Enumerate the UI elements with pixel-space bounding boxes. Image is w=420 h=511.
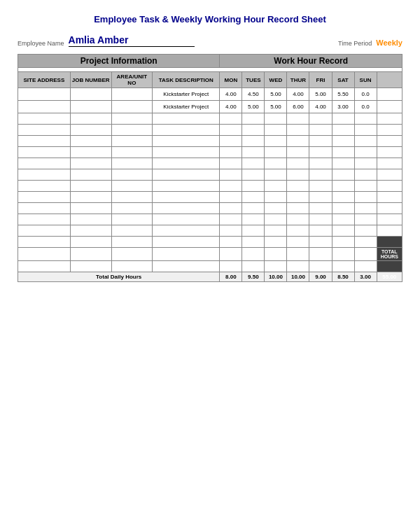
empty-cell: [332, 225, 354, 237]
empty-cell: [70, 248, 111, 261]
empty-cell: [377, 169, 402, 181]
empty-cell: [70, 169, 111, 181]
empty-cell: [265, 113, 287, 125]
empty-cell: [354, 192, 377, 203]
empty-cell: [265, 261, 287, 272]
empty-cell: [153, 237, 220, 248]
empty-cell: [111, 192, 153, 203]
total-hours-cell: [377, 261, 402, 272]
empty-cell: [332, 181, 354, 192]
empty-cell: [220, 169, 242, 181]
empty-cell: [111, 169, 153, 181]
empty-cell: [153, 225, 220, 237]
empty-cell: [220, 248, 242, 261]
empty-row: [18, 113, 402, 125]
empty-cell: [111, 147, 153, 158]
total-thu: 10.00: [287, 272, 309, 282]
sat-cell: 5.50: [332, 88, 354, 101]
total-fri: 9.00: [309, 272, 332, 282]
empty-cell: [18, 169, 71, 181]
col-fri-header: FRI: [309, 72, 332, 88]
empty-cell: [18, 192, 71, 203]
col-site-header: SITE ADDRESS: [18, 72, 71, 88]
site-cell: [18, 101, 71, 113]
wed-cell: 5.00: [265, 88, 287, 101]
total-daily-row: Total Daily Hours 8.00 9.50 10.00 10.00 …: [18, 272, 402, 282]
empty-cell: [309, 125, 332, 136]
empty-cell: [153, 181, 220, 192]
empty-cell: [309, 158, 332, 169]
row-total-cell: [377, 88, 402, 101]
empty-cell: [309, 248, 332, 261]
empty-cell: [377, 203, 402, 214]
empty-cell: [265, 214, 287, 225]
empty-cell: [354, 136, 377, 147]
empty-cell: [354, 125, 377, 136]
thu-cell: 6.00: [287, 101, 309, 113]
empty-cell: [70, 136, 111, 147]
empty-cell: [265, 248, 287, 261]
empty-row: [18, 192, 402, 203]
employee-label: Employee Name: [18, 40, 64, 47]
row-total-cell: [377, 101, 402, 113]
empty-cell: [287, 261, 309, 272]
empty-cell: [220, 203, 242, 214]
sat-cell: 3.00: [332, 101, 354, 113]
page-title: Employee Task & Weekly Working Hour Reco…: [18, 14, 402, 24]
empty-cell: [70, 147, 111, 158]
empty-row: [18, 237, 402, 248]
total-hours-cell: [377, 237, 402, 248]
empty-cell: [18, 214, 71, 225]
empty-cell: [153, 113, 220, 125]
empty-cell: [287, 214, 309, 225]
empty-cell: [354, 225, 377, 237]
empty-cell: [309, 203, 332, 214]
empty-cell: [111, 158, 153, 169]
empty-cell: [332, 136, 354, 147]
empty-cell: [332, 203, 354, 214]
empty-cell: [265, 203, 287, 214]
col-sat-header: SAT: [332, 72, 354, 88]
empty-cell: [70, 214, 111, 225]
empty-cell: [111, 237, 153, 248]
empty-cell: [265, 158, 287, 169]
empty-cell: [242, 237, 265, 248]
total-tue: 9.50: [242, 272, 265, 282]
empty-cell: [242, 147, 265, 158]
empty-row: [18, 261, 402, 272]
empty-cell: [332, 125, 354, 136]
empty-cell: [18, 136, 71, 147]
empty-cell: [153, 192, 220, 203]
empty-cell: [287, 237, 309, 248]
empty-cell: [287, 158, 309, 169]
empty-cell: [265, 192, 287, 203]
time-period-section: Time Period Weekly: [338, 38, 402, 47]
tue-cell: 4.50: [242, 88, 265, 101]
empty-row: [18, 147, 402, 158]
empty-cell: [287, 113, 309, 125]
empty-cell: [309, 237, 332, 248]
empty-cell: [309, 136, 332, 147]
project-info-header: Project Information: [18, 55, 220, 68]
empty-cell: [111, 181, 153, 192]
job-cell: [70, 88, 111, 101]
empty-cell: [153, 169, 220, 181]
empty-cell: [377, 192, 402, 203]
empty-cell: [354, 203, 377, 214]
empty-cell: [265, 237, 287, 248]
header-section: Employee Name Amlia Amber Time Period We…: [18, 34, 402, 47]
empty-row: [18, 125, 402, 136]
col-job-header: JOB NUMBER: [70, 72, 111, 88]
empty-cell: [377, 136, 402, 147]
empty-cell: [220, 136, 242, 147]
empty-cell: [242, 261, 265, 272]
empty-cell: [354, 214, 377, 225]
empty-cell: [287, 248, 309, 261]
mon-cell: 4.00: [220, 101, 242, 113]
empty-cell: [309, 261, 332, 272]
empty-cell: [70, 203, 111, 214]
total-sum: 55.00: [377, 272, 402, 282]
empty-cell: [265, 169, 287, 181]
empty-cell: [309, 214, 332, 225]
empty-cell: [18, 203, 71, 214]
